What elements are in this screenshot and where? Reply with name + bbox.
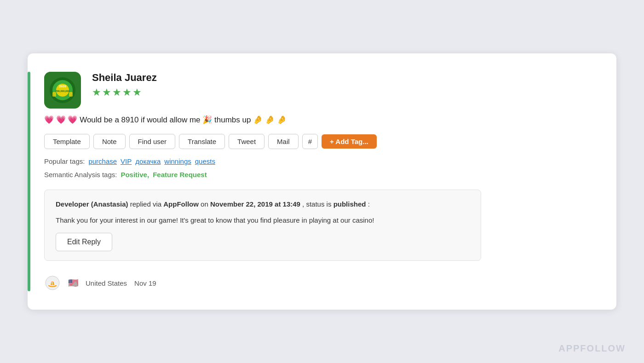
amazon-icon: a — [44, 275, 61, 291]
popular-tags-row: Popular tags: purchase VIP докачка winni… — [44, 157, 598, 165]
reply-status-value: published — [334, 200, 366, 208]
left-border — [28, 72, 30, 292]
note-button[interactable]: Note — [93, 134, 126, 149]
star-rating: ★ ★ ★ ★ ★ — [92, 86, 157, 98]
reply-date: November 22, 2019 at 13:49 — [210, 200, 300, 208]
semantic-tags-row: Semantic Analysis tags: Positive, Featur… — [44, 171, 598, 179]
tag-quests[interactable]: quests — [195, 157, 215, 165]
reply-on: on — [201, 200, 210, 208]
app-icon: 2020 700,000,000 — [44, 72, 81, 109]
svg-text:700,000,000: 700,000,000 — [56, 90, 70, 92]
svg-text:a: a — [51, 279, 55, 287]
semantic-feature: Feature Request — [153, 171, 207, 179]
footer-row: a 🇺🇸 United States Nov 19 — [44, 275, 598, 291]
star-4: ★ — [122, 86, 132, 98]
edit-reply-button[interactable]: Edit Reply — [56, 233, 112, 251]
template-button[interactable]: Template — [44, 134, 90, 149]
action-buttons: Template Note Find user Translate Tweet … — [44, 134, 598, 149]
svg-rect-5 — [52, 92, 56, 97]
reply-status-label: , status is — [302, 200, 331, 208]
tag-purchase[interactable]: purchase — [88, 157, 117, 165]
tag-winnings[interactable]: winnings — [164, 157, 191, 165]
reply-text: Thank you for your interest in our game!… — [56, 215, 470, 226]
review-text: 💗 💗 💗 Would be a 8910 if would allow me … — [44, 114, 598, 126]
find-user-button[interactable]: Find user — [129, 134, 176, 149]
tag-dokachka[interactable]: докачка — [135, 157, 161, 165]
add-tag-button[interactable]: + Add Tag... — [322, 134, 377, 149]
tweet-button[interactable]: Tweet — [229, 134, 264, 149]
tag-vip[interactable]: VIP — [121, 157, 132, 165]
review-date: Nov 19 — [134, 279, 156, 287]
popular-tags-label: Popular tags: — [44, 157, 85, 165]
star-3: ★ — [112, 86, 121, 98]
review-content: 2020 700,000,000 Sheila Juarez ★ ★ ★ — [44, 72, 598, 292]
appfollow-watermark: APPFOLLOW — [558, 343, 626, 354]
reply-meta: Developer (Anastasia) replied via AppFol… — [56, 199, 470, 210]
review-header: 2020 700,000,000 Sheila Juarez ★ ★ ★ — [44, 72, 598, 109]
country-name: United States — [86, 279, 127, 287]
star-1: ★ — [92, 86, 101, 98]
user-info: Sheila Juarez ★ ★ ★ ★ ★ — [92, 72, 157, 98]
reply-via: replied via — [130, 200, 164, 208]
svg-text:2020: 2020 — [59, 85, 66, 88]
star-5: ★ — [132, 86, 142, 98]
review-card: 2020 700,000,000 Sheila Juarez ★ ★ ★ — [28, 53, 616, 310]
reply-box: Developer (Anastasia) replied via AppFol… — [44, 190, 481, 261]
country-flag: 🇺🇸 — [68, 278, 78, 288]
reply-platform: AppFollow — [163, 200, 199, 208]
username: Sheila Juarez — [92, 72, 157, 84]
mail-button[interactable]: Mail — [268, 134, 299, 149]
hash-button[interactable]: # — [302, 134, 318, 149]
translate-button[interactable]: Translate — [179, 134, 225, 149]
reply-developer: Developer (Anastasia) — [56, 200, 128, 208]
semantic-positive: Positive, — [121, 171, 149, 179]
svg-rect-6 — [69, 92, 73, 97]
star-2: ★ — [102, 86, 111, 98]
semantic-tags-label: Semantic Analysis tags: — [44, 171, 117, 179]
review-row: 2020 700,000,000 Sheila Juarez ★ ★ ★ — [28, 72, 598, 292]
reply-colon: : — [368, 200, 370, 208]
